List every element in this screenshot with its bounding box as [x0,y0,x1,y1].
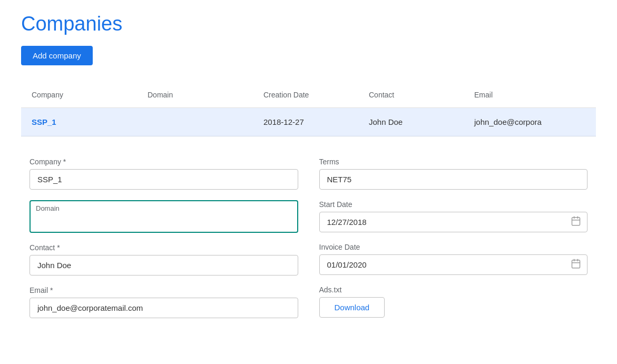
start-date-input-wrapper [319,212,588,232]
email-field-group: Email * [30,286,298,318]
download-button[interactable]: Download [319,297,385,318]
edit-form: Company * Domain Contact * Email * [21,149,596,337]
domain-field-group: Domain [30,200,298,233]
invoice-date-field-group: Invoice Date [319,243,588,275]
terms-input[interactable] [319,169,588,190]
page-container: Companies Add company Company Domain Cre… [0,0,617,350]
terms-field-group: Terms [319,158,588,190]
start-date-field-group: Start Date [319,200,588,232]
cell-creation-date: 2018-12-27 [261,112,367,132]
terms-label: Terms [319,158,588,166]
table-header-row: Company Domain Creation Date Contact Ema… [21,82,596,108]
companies-table: Company Domain Creation Date Contact Ema… [21,82,596,136]
contact-field-group: Contact * [30,243,298,276]
cell-company: SSP_1 [30,112,145,132]
contact-input[interactable] [30,255,298,276]
col-header-contact: Contact [367,86,472,103]
cell-email: john_doe@corpora [472,112,587,132]
col-header-company: Company [30,86,145,103]
col-header-email: Email [472,86,587,103]
cell-domain [145,112,261,132]
company-field-group: Company * [30,158,298,190]
page-title: Companies [21,13,596,35]
col-header-domain: Domain [145,86,261,103]
ads-txt-label: Ads.txt [319,286,588,294]
invoice-date-label: Invoice Date [319,243,588,251]
invoice-date-input[interactable] [319,254,588,275]
ads-txt-field-group: Ads.txt Download [319,286,588,318]
form-left-column: Company * Domain Contact * Email * [30,158,298,329]
domain-label: Domain [36,204,292,212]
company-input[interactable] [30,169,298,190]
add-company-button[interactable]: Add company [21,46,93,65]
col-header-creation-date: Creation Date [261,86,367,103]
email-input[interactable] [30,298,298,318]
form-right-column: Terms Start Date [319,158,588,329]
domain-input[interactable] [36,213,292,229]
contact-label: Contact * [30,243,298,252]
cell-contact: John Doe [367,112,472,132]
start-date-label: Start Date [319,200,588,209]
email-label: Email * [30,286,298,294]
start-date-input[interactable] [319,212,588,232]
company-label: Company * [30,158,298,166]
invoice-date-input-wrapper [319,254,588,275]
table-row[interactable]: SSP_1 2018-12-27 John Doe john_doe@corpo… [21,108,596,136]
